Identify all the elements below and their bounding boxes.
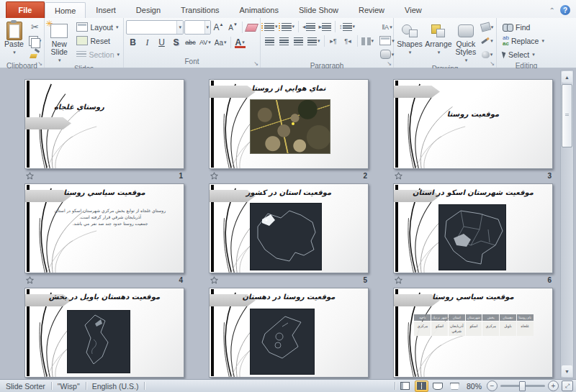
decrease-indent-button[interactable]: ◂	[301, 20, 317, 33]
scroll-up-button[interactable]: ▲	[562, 71, 572, 83]
minimize-ribbon-icon[interactable]: ⌃	[549, 6, 555, 14]
transition-star-icon[interactable]	[395, 172, 402, 180]
numbering-button[interactable]: ▾	[280, 20, 297, 33]
format-painter-button[interactable]	[27, 47, 42, 61]
font-name-combo[interactable]: ▾	[126, 20, 184, 35]
columns-button[interactable]: ▾	[360, 35, 376, 47]
align-text-button[interactable]: ▾	[379, 34, 395, 47]
status-theme[interactable]: "Wisp"	[52, 380, 86, 392]
tab-insert[interactable]: Insert	[86, 1, 126, 18]
tab-view[interactable]: View	[395, 1, 432, 18]
tab-design[interactable]: Design	[126, 1, 171, 18]
reset-button[interactable]: Reset	[74, 34, 122, 47]
bold-button[interactable]: B	[126, 36, 140, 49]
slide-show-button[interactable]	[448, 380, 462, 392]
slide-thumbnail[interactable]: روستاي غلجاه	[24, 79, 184, 169]
character-spacing-button[interactable]: AV▾	[198, 36, 212, 49]
zoom-in-button[interactable]: +	[548, 380, 559, 391]
align-center-button[interactable]	[277, 35, 291, 47]
shape-outline-button[interactable]: ▾	[480, 34, 495, 47]
slide-thumbnail[interactable]: موقعيت سياسي روستا روستاي غلجاه از توابع…	[24, 183, 184, 273]
status-view-mode[interactable]: Slide Sorter	[0, 380, 51, 392]
help-icon[interactable]: ?	[560, 5, 570, 15]
ltr-direction-button[interactable]: ¶◂	[341, 35, 355, 47]
font-dialog-launcher[interactable]: ↘	[253, 60, 258, 67]
shrink-font-button[interactable]: A▼	[226, 21, 240, 34]
replace-button[interactable]: abacReplace▾	[500, 34, 546, 47]
line-spacing-button[interactable]: ↕▾	[338, 20, 356, 33]
transition-star-icon[interactable]	[26, 172, 34, 180]
transition-star-icon[interactable]	[210, 276, 218, 284]
scrollbar-thumb[interactable]	[562, 84, 572, 147]
tab-review[interactable]: Review	[348, 1, 395, 18]
change-case-button[interactable]: Aa▾	[213, 36, 228, 49]
clear-formatting-button[interactable]	[245, 21, 258, 34]
slide-thumbnail[interactable]: موقعيت سياسي روستا نام روستادهستانبخششهر…	[393, 288, 553, 378]
bullets-button[interactable]: ▾	[263, 20, 279, 33]
slide-sorter-canvas[interactable]: روستاي غلجاه 1 نماي هوايي از روستا	[0, 68, 576, 380]
clipboard-dialog-launcher[interactable]: ↘	[37, 60, 42, 67]
font-size-combo[interactable]: ▾	[184, 20, 211, 35]
transition-star-icon[interactable]	[26, 276, 34, 284]
italic-button[interactable]: I	[140, 36, 154, 49]
shape-effects-button[interactable]: ▾	[480, 47, 495, 61]
slide-thumbnail[interactable]: موقعيت روستا	[393, 79, 553, 169]
align-left-button[interactable]	[263, 35, 276, 47]
vertical-scrollbar[interactable]: ▲ ▼	[560, 70, 574, 378]
text-direction-button[interactable]: ǁA▾	[379, 20, 395, 34]
copy-button[interactable]: ▾	[27, 34, 42, 47]
paragraph-dialog-launcher[interactable]: ↘	[387, 60, 392, 67]
find-button[interactable]: Find	[500, 20, 546, 34]
tab-transitions[interactable]: Transitions	[171, 1, 229, 18]
select-button[interactable]: Select▾	[500, 47, 546, 61]
reading-view-button[interactable]	[431, 380, 445, 392]
text-shadow-button[interactable]: S	[169, 36, 183, 49]
tab-home[interactable]: Home	[45, 2, 86, 19]
fit-to-window-button[interactable]: ⤢	[562, 380, 573, 391]
ribbon: Paste▾ ✂ ▾ Clipboard ↘ New Slide▾ Layout…	[0, 18, 576, 68]
normal-view-button[interactable]	[398, 380, 412, 392]
align-right-button[interactable]	[292, 35, 305, 47]
cut-button[interactable]: ✂	[27, 20, 42, 34]
slide-thumbnail[interactable]: موقعيت استان در كشور	[209, 183, 369, 273]
slide-sorter-view-button[interactable]	[415, 380, 428, 392]
increase-indent-button[interactable]: ▸	[318, 20, 333, 33]
slide-thumbnail[interactable]: نماي هوايي از روستا	[209, 79, 369, 169]
shapes-button[interactable]: Shapes▾	[396, 20, 423, 64]
zoom-slider-thumb[interactable]	[519, 381, 526, 391]
layout-button[interactable]: Layout▾	[74, 20, 122, 34]
scroll-down-button[interactable]: ▼	[562, 365, 572, 377]
slide-thumbnail[interactable]: موقعيت روستا در دهستان	[209, 288, 369, 378]
transition-star-icon[interactable]	[210, 172, 218, 180]
tab-slide-show[interactable]: Slide Show	[289, 1, 348, 18]
drawing-dialog-launcher[interactable]: ↘	[490, 60, 495, 67]
transition-star-icon[interactable]	[395, 276, 402, 284]
zoom-out-button[interactable]: −	[487, 380, 498, 391]
slide-thumbnail[interactable]: موقعيت دهستان باويل در بخش	[24, 288, 184, 378]
strikethrough-button[interactable]: abc	[184, 36, 197, 49]
file-tab[interactable]: File	[6, 1, 45, 18]
slide-cell: موقعيت دهستان باويل در بخش 7	[24, 288, 184, 378]
tab-animations[interactable]: Animations	[230, 1, 289, 18]
new-slide-button[interactable]: New Slide▾	[47, 20, 71, 64]
rtl-direction-button[interactable]: ▸¶	[327, 35, 341, 47]
grow-font-button[interactable]: A▲	[212, 21, 225, 34]
table-cell: اسكو	[431, 322, 448, 336]
arrange-button[interactable]: Arrange▾	[423, 20, 454, 64]
status-language[interactable]: English (U.S.)	[86, 380, 145, 392]
quick-styles-button[interactable]: Quick Styles▾	[454, 20, 478, 64]
justify-icon	[307, 37, 317, 45]
zoom-slider[interactable]	[500, 385, 545, 387]
shape-fill-button[interactable]: ▾	[480, 20, 495, 34]
numbering-icon	[282, 23, 292, 31]
zoom-percentage[interactable]: 80%	[467, 382, 482, 391]
font-color-button[interactable]: A▾	[233, 36, 247, 49]
paste-button[interactable]: Paste▾	[2, 20, 26, 61]
underline-button[interactable]: U	[155, 36, 168, 49]
slide-cell: روستاي غلجاه 1	[24, 79, 184, 169]
slide-thumbnail[interactable]: موقعيت شهرستان اسكو در استان	[393, 183, 553, 273]
convert-smartart-button[interactable]: ▾	[379, 47, 395, 61]
justify-button[interactable]: ▾	[306, 35, 322, 47]
section-button[interactable]: Section▾	[74, 47, 122, 61]
text-direction-icon: ǁA	[382, 24, 389, 31]
